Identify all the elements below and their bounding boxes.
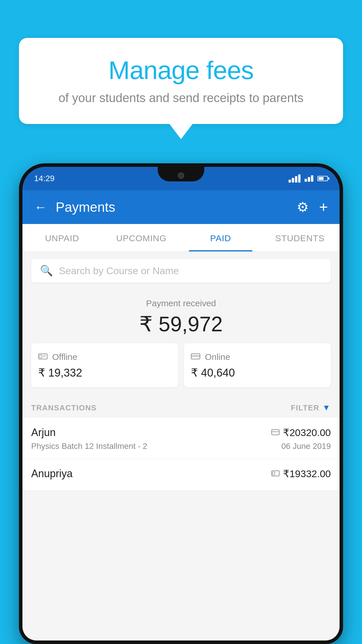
back-button[interactable]: ← bbox=[34, 200, 47, 214]
transaction-course-1: Physics Batch 12 Installment - 2 bbox=[31, 442, 147, 451]
header-right: ⚙ + bbox=[297, 198, 328, 216]
wifi-icon bbox=[289, 174, 301, 183]
filter-icon: ▼ bbox=[322, 403, 331, 412]
offline-header: Offline bbox=[38, 351, 171, 362]
status-bar: 14:29 bbox=[22, 167, 340, 190]
payment-type-icon-2 bbox=[271, 469, 280, 478]
online-card: Online ₹ 40,640 bbox=[184, 343, 331, 387]
card-icon bbox=[191, 351, 200, 362]
transaction-row[interactable]: Anupriya ₹19332.00 bbox=[22, 459, 340, 491]
transaction-amount-2: ₹19332.00 bbox=[283, 468, 331, 480]
payment-total: ₹ 59,972 bbox=[31, 312, 331, 336]
status-time: 14:29 bbox=[34, 174, 55, 183]
offline-card: Offline ₹ 19,332 bbox=[31, 343, 178, 387]
payment-type-icon-1 bbox=[271, 428, 280, 437]
transaction-date-1: 06 June 2019 bbox=[281, 442, 331, 451]
header-left: ← Payments bbox=[34, 199, 115, 215]
phone-notch bbox=[158, 167, 204, 181]
transaction-name-2: Anupriya bbox=[31, 468, 73, 480]
status-icons bbox=[289, 174, 328, 183]
tab-students[interactable]: STUDENTS bbox=[260, 224, 340, 251]
transaction-row[interactable]: Arjun ₹20320.00 Physics Batch 12 Install… bbox=[22, 418, 340, 459]
signal-icon bbox=[305, 175, 313, 182]
speech-bubble: Manage fees of your students and send re… bbox=[19, 38, 343, 124]
search-icon: 🔍 bbox=[40, 265, 53, 277]
tab-unpaid[interactable]: UNPAID bbox=[22, 224, 102, 251]
transactions-label: TRANSACTIONS bbox=[31, 403, 97, 412]
online-header: Online bbox=[191, 351, 324, 362]
transaction-amount-1: ₹20320.00 bbox=[283, 427, 331, 438]
transaction-name-1: Arjun bbox=[31, 426, 56, 439]
transaction-amount-wrap-2: ₹19332.00 bbox=[271, 468, 331, 480]
payment-received-label: Payment received bbox=[31, 298, 331, 308]
bubble-title: Manage fees bbox=[42, 55, 320, 85]
online-label: Online bbox=[205, 352, 230, 362]
offline-label: Offline bbox=[52, 352, 77, 362]
settings-icon[interactable]: ⚙ bbox=[297, 199, 309, 215]
svg-rect-9 bbox=[273, 472, 275, 475]
transaction-top-1: Arjun ₹20320.00 bbox=[31, 426, 331, 439]
tab-upcoming[interactable]: UPCOMING bbox=[102, 224, 181, 251]
transaction-amount-wrap-1: ₹20320.00 bbox=[271, 427, 331, 438]
bubble-subtitle: of your students and send receipts to pa… bbox=[42, 91, 320, 105]
tab-paid[interactable]: PAID bbox=[181, 224, 260, 251]
transaction-bottom-1: Physics Batch 12 Installment - 2 06 June… bbox=[31, 442, 331, 451]
svg-rect-1 bbox=[40, 355, 42, 358]
payment-summary: Payment received ₹ 59,972 bbox=[22, 290, 340, 396]
search-input[interactable]: Search by Course or Name bbox=[59, 265, 179, 276]
payment-breakdown: Offline ₹ 19,332 Online bbox=[31, 343, 331, 387]
tabs-bar: UNPAID UPCOMING PAID STUDENTS bbox=[22, 224, 340, 252]
svg-rect-8 bbox=[272, 471, 279, 476]
filter-button[interactable]: FILTER ▼ bbox=[291, 403, 331, 412]
offline-amount: ₹ 19,332 bbox=[38, 366, 171, 379]
cash-icon bbox=[38, 351, 48, 362]
page-title: Payments bbox=[56, 199, 115, 215]
front-camera bbox=[178, 172, 184, 179]
search-bar[interactable]: 🔍 Search by Course or Name bbox=[31, 259, 331, 283]
online-amount: ₹ 40,640 bbox=[191, 366, 324, 379]
app-screen: ← Payments ⚙ + UNPAID UPCOMING PAID STUD… bbox=[22, 190, 340, 640]
battery-icon bbox=[317, 176, 328, 181]
svg-rect-7 bbox=[272, 431, 279, 432]
filter-label: FILTER bbox=[291, 403, 319, 412]
svg-rect-5 bbox=[191, 355, 200, 357]
app-header: ← Payments ⚙ + bbox=[22, 190, 340, 224]
promo-section: Manage fees of your students and send re… bbox=[19, 38, 343, 124]
phone-frame: 14:29 bbox=[19, 163, 343, 644]
transaction-top-2: Anupriya ₹19332.00 bbox=[31, 468, 331, 480]
add-button[interactable]: + bbox=[319, 198, 328, 216]
transactions-header: TRANSACTIONS FILTER ▼ bbox=[22, 396, 340, 418]
